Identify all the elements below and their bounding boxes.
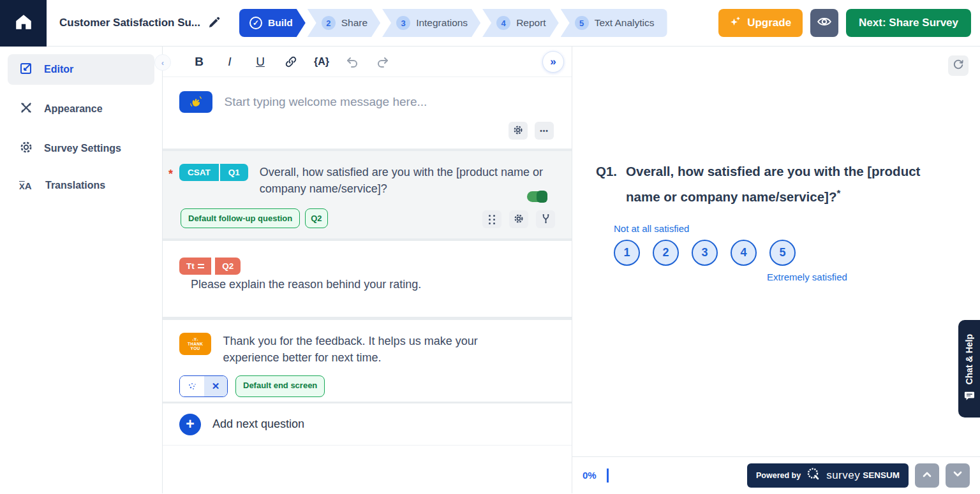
- scale-high-label: Extremely satisfied: [767, 272, 957, 282]
- thank-you-text[interactable]: Thank you for the feedback. It helps us …: [223, 333, 503, 366]
- next-share-survey-button[interactable]: Next: Share Survey: [846, 9, 971, 37]
- sidebar-item-label: Translations: [45, 180, 105, 191]
- scroll-up-button[interactable]: [915, 463, 939, 488]
- q1-branching-button[interactable]: [536, 210, 555, 228]
- left-sidebar: Editor Appearance Survey Settings XA Tra…: [0, 47, 163, 493]
- eye-icon: [817, 16, 832, 31]
- variable-button[interactable]: {A}: [311, 52, 332, 72]
- question-block-q2[interactable]: Tt Q2 Please explain the reason behind y…: [163, 241, 572, 317]
- upgrade-button[interactable]: Upgrade: [718, 9, 803, 37]
- expand-toolbar-button[interactable]: »: [542, 51, 564, 73]
- home-button[interactable]: [0, 0, 47, 47]
- question-type-badge: CSAT: [179, 164, 219, 181]
- powered-by-label: Powered by: [756, 471, 801, 480]
- powered-by-badge: Powered by survey SENSUM: [747, 463, 909, 488]
- welcome-more-button[interactable]: •••: [535, 122, 554, 140]
- appearance-icon: [19, 101, 33, 117]
- tab-report[interactable]: 4 Report: [482, 9, 559, 37]
- gear-icon: [513, 125, 523, 136]
- scale-option-2[interactable]: 2: [653, 240, 679, 266]
- sidebar-item-label: Editor: [44, 64, 73, 75]
- sidebar-item-label: Appearance: [44, 103, 103, 115]
- preview-eye-button[interactable]: [810, 9, 838, 37]
- link-button[interactable]: [280, 52, 302, 72]
- followup-q2-chip[interactable]: Q2: [305, 208, 327, 228]
- scale-option-4[interactable]: 4: [731, 240, 757, 266]
- sidebar-item-label: Survey Settings: [44, 143, 121, 154]
- collapse-sidebar-button[interactable]: ‹: [154, 54, 171, 71]
- step-number: 3: [396, 16, 410, 30]
- more-icon: •••: [540, 127, 549, 134]
- end-screen-media-chip[interactable]: ✕: [179, 375, 228, 397]
- welcome-actions: •••: [509, 122, 554, 140]
- q1-settings-button[interactable]: [509, 210, 528, 228]
- sidebar-item-editor[interactable]: Editor: [8, 54, 154, 85]
- italic-button[interactable]: I: [219, 52, 241, 72]
- scale-option-1[interactable]: 1: [614, 240, 640, 266]
- tab-text-analytics[interactable]: 5 Text Analytics: [561, 9, 667, 37]
- preview-question-number: Q1.: [596, 161, 617, 208]
- thank-you-icon: -Y- THANK YOU: [179, 333, 211, 355]
- chat-icon: [964, 391, 974, 403]
- bold-button[interactable]: B: [188, 52, 210, 72]
- brand-name-light: survey: [826, 469, 860, 482]
- welcome-settings-button[interactable]: [509, 122, 528, 140]
- redo-button[interactable]: [372, 52, 394, 72]
- question-text[interactable]: Please explain the reason behind your ra…: [191, 276, 513, 293]
- top-actions: Upgrade Next: Share Survey: [718, 9, 980, 37]
- confetti-icon: [180, 376, 204, 396]
- sparkle-icon: [730, 16, 741, 31]
- chat-help-tab[interactable]: Chat & Help: [958, 320, 980, 418]
- refresh-preview-button[interactable]: [948, 55, 969, 76]
- add-next-question-button[interactable]: + Add next question: [163, 403, 572, 446]
- chat-help-label: Chat & Help: [964, 334, 974, 384]
- add-next-question-label: Add next question: [212, 418, 304, 431]
- chevron-down-icon: [953, 470, 963, 480]
- translations-icon: XA: [19, 180, 34, 191]
- survey-title: Customer Satisfaction Su...: [59, 17, 200, 29]
- undo-button[interactable]: [341, 52, 363, 72]
- check-icon: ✓: [249, 17, 262, 29]
- thank-you-block[interactable]: -Y- THANK YOU Thank you for the feedback…: [163, 320, 572, 402]
- scroll-down-button[interactable]: [946, 463, 970, 488]
- scale-option-5[interactable]: 5: [769, 240, 796, 266]
- q1-actions: [482, 210, 555, 228]
- followup-chip[interactable]: Default follow-up question: [181, 208, 300, 228]
- csat-scale: Not at all satisfied 1 2 3 4 5 Extremely…: [614, 223, 957, 282]
- sidebar-item-translations[interactable]: XA Translations: [8, 173, 154, 198]
- text-question-type-icon: Tt: [179, 258, 211, 275]
- editor-panel: ‹ B I U {A} » Start typing welcome messa…: [163, 47, 572, 493]
- scale-option-3[interactable]: 3: [692, 240, 718, 266]
- question-number-badge: Q1: [220, 164, 248, 181]
- step-label: Share: [341, 17, 368, 29]
- next-label: Next: Share Survey: [859, 17, 958, 29]
- close-icon[interactable]: ✕: [204, 376, 227, 396]
- drag-handle[interactable]: [482, 210, 501, 228]
- step-label: Text Analytics: [595, 17, 655, 29]
- sidebar-item-survey-settings[interactable]: Survey Settings: [8, 133, 154, 164]
- question-number-badge: Q2: [215, 258, 241, 275]
- tab-share[interactable]: 2 Share: [308, 9, 380, 37]
- required-asterisk: *: [836, 187, 840, 198]
- tab-build[interactable]: ✓ Build: [239, 9, 306, 37]
- chevron-up-icon: [922, 470, 932, 480]
- sidebar-item-appearance[interactable]: Appearance: [8, 94, 154, 124]
- underline-button[interactable]: U: [249, 52, 271, 72]
- edit-pencil-icon[interactable]: [208, 16, 220, 31]
- required-toggle[interactable]: [527, 191, 546, 202]
- home-icon: [14, 13, 33, 33]
- settings-gear-icon: [19, 140, 33, 157]
- editor-icon: [19, 61, 33, 78]
- progress-percentage: 0%: [583, 470, 597, 481]
- question-block-q1[interactable]: * CSAT Q1 Overall, how satisfied are you…: [163, 151, 572, 238]
- branch-icon: [541, 214, 551, 225]
- welcome-message-input[interactable]: Start typing welcome message here...: [224, 95, 427, 109]
- step-number: 2: [322, 16, 336, 30]
- step-label: Build: [268, 17, 293, 29]
- brand-logo-icon: [806, 467, 821, 484]
- step-number: 4: [496, 16, 510, 30]
- tab-integrations[interactable]: 3 Integrations: [382, 9, 480, 37]
- question-text[interactable]: Overall, how satisfied are you with the …: [260, 164, 555, 197]
- welcome-message-block: Start typing welcome message here... •••: [163, 77, 572, 149]
- default-end-screen-chip[interactable]: Default end screen: [235, 375, 325, 397]
